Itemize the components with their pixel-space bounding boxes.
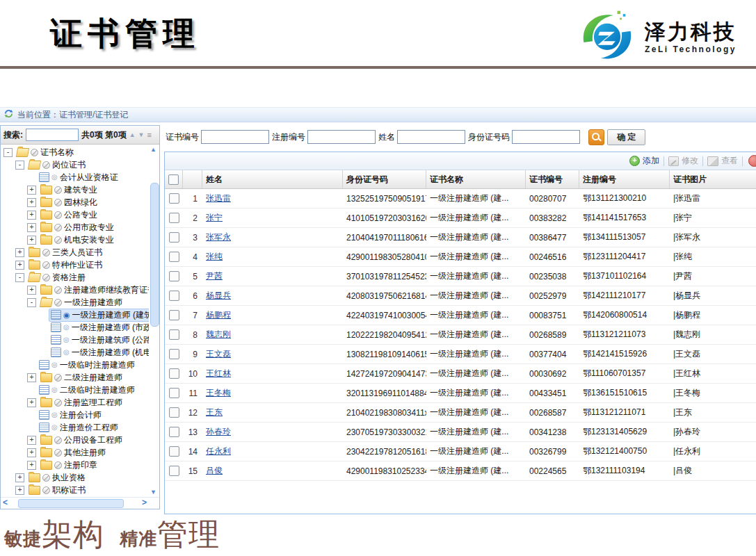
row-checkbox[interactable] xyxy=(169,466,179,476)
name-link[interactable]: 孙春玲 xyxy=(206,427,231,436)
name-link[interactable]: 王东 xyxy=(206,407,223,417)
filter-input-3[interactable] xyxy=(512,130,580,144)
tree-item[interactable]: -岗位证书 xyxy=(1,158,149,171)
tree-item[interactable]: +建筑专业 xyxy=(1,183,149,196)
name-link[interactable]: 吕俊 xyxy=(206,466,223,475)
name-link[interactable]: 魏志刚 xyxy=(206,329,231,339)
tree-item[interactable]: ◎注册造价工程师 xyxy=(1,421,149,434)
row-checkbox[interactable] xyxy=(169,349,179,359)
table-row[interactable]: 3张军永210404197011180616一级注册建造师 (建...00386… xyxy=(165,228,756,247)
scroll-up-icon[interactable]: ▲ xyxy=(150,146,156,153)
name-link[interactable]: 王冬梅 xyxy=(206,388,231,398)
tree-expander-plus-icon[interactable]: + xyxy=(27,373,36,382)
name-link[interactable]: 王红林 xyxy=(206,368,231,378)
table-row[interactable]: 9王文磊130821198109140615一级注册建造师 (建...00377… xyxy=(165,345,756,364)
search-icon[interactable] xyxy=(588,129,604,145)
name-link[interactable]: 杨显兵 xyxy=(206,291,231,300)
tree-expander-plus-icon[interactable]: + xyxy=(27,211,36,220)
tree-item[interactable]: +机电安装专业 xyxy=(1,234,149,246)
table-row[interactable]: 10王红林142724197209041473一级注册建造师 (建...0003… xyxy=(165,364,756,384)
table-row[interactable]: 4张纯429001198305280410一级注册建造师 (建...002465… xyxy=(165,247,756,267)
tree-item[interactable]: ◉一级注册建造师 (建筑工 xyxy=(1,309,149,321)
tree-search-input[interactable] xyxy=(26,129,79,141)
tree-expander-plus-icon[interactable]: + xyxy=(15,486,24,495)
table-row[interactable]: 1张迅雷132525197509051917一级注册建造师 (建...00280… xyxy=(165,189,756,208)
tree-item[interactable]: +其他注册师 xyxy=(1,446,149,459)
column-header-certno[interactable]: 证书编号 xyxy=(526,170,579,188)
tree-expander-plus-icon[interactable]: + xyxy=(27,448,36,457)
tree-expander-plus-icon[interactable]: + xyxy=(15,248,24,257)
tree-item[interactable]: ◎会计从业资格证 xyxy=(1,171,149,183)
scroll-right-icon[interactable]: > xyxy=(142,498,147,507)
tree-expander-minus-icon[interactable]: - xyxy=(27,298,36,307)
name-link[interactable]: 张宁 xyxy=(206,213,223,222)
tree-item[interactable]: +园林绿化 xyxy=(1,196,149,208)
tree-item[interactable]: ◎一级注册建筑师 (公路工 xyxy=(1,334,149,346)
row-checkbox[interactable] xyxy=(169,388,179,398)
horizontal-scroll-thumb[interactable] xyxy=(18,499,124,508)
name-link[interactable]: 张纯 xyxy=(206,252,223,261)
tree-item[interactable]: ◎一级临时注册建造师 xyxy=(1,359,149,371)
column-header-regno[interactable]: 注册编号 xyxy=(579,170,670,188)
column-header-id[interactable]: 身份证号码 xyxy=(343,170,426,188)
tree-expander-plus-icon[interactable]: + xyxy=(27,436,36,445)
tree-item[interactable]: +注册印章 xyxy=(1,459,149,471)
table-row[interactable]: 12王东21040219830803411x一级注册建造师 (建...00268… xyxy=(165,403,756,423)
row-checkbox[interactable] xyxy=(169,427,179,437)
tree-item[interactable]: +注册监理工程师 xyxy=(1,396,149,409)
table-row[interactable]: 2张宁410105197203031620一级注册建造师 (建...003832… xyxy=(165,208,756,228)
name-link[interactable]: 杨鹏程 xyxy=(206,310,231,320)
tree-item[interactable]: +职称证书 xyxy=(1,484,149,496)
search-prev-icon[interactable]: ▲ xyxy=(129,132,136,138)
vertical-scroll-thumb[interactable] xyxy=(150,183,159,327)
row-checkbox[interactable] xyxy=(169,446,179,457)
column-header-photo[interactable]: 证书图片 xyxy=(670,170,756,188)
tree-item[interactable]: +特种作业证书 xyxy=(1,259,149,271)
tree-horizontal-scrollbar[interactable]: < > xyxy=(1,497,159,509)
tree-expander-plus-icon[interactable]: + xyxy=(27,461,36,470)
tree-expander-plus-icon[interactable]: + xyxy=(27,186,36,195)
name-link[interactable]: 张军永 xyxy=(206,232,231,242)
name-link[interactable]: 尹茜 xyxy=(206,271,223,281)
tree-item[interactable]: +公路专业 xyxy=(1,208,149,221)
tree-vertical-scrollbar[interactable]: ▲ ▼ xyxy=(149,145,159,497)
tree-expander-plus-icon[interactable]: + xyxy=(27,236,36,245)
scroll-down-icon[interactable]: ▼ xyxy=(150,489,156,496)
column-header-name[interactable]: 姓名 xyxy=(202,170,343,188)
name-link[interactable]: 张迅雷 xyxy=(206,193,231,203)
tree-item[interactable]: ◎注册会计师 xyxy=(1,409,149,421)
tree-expander-plus-icon[interactable]: + xyxy=(27,198,36,207)
tree-item[interactable]: ◎一级注册建造师 (机电) xyxy=(1,346,149,359)
row-checkbox[interactable] xyxy=(169,310,179,320)
tree-item[interactable]: +注册建造师继续教育证书 xyxy=(1,284,149,296)
tree-item[interactable]: ◎一级注册建造师 (市政公 xyxy=(1,321,149,334)
filter-input-1[interactable] xyxy=(307,130,376,144)
tree-expander-plus-icon[interactable]: + xyxy=(27,223,36,232)
tree-item[interactable]: -一级注册建造师 xyxy=(1,296,149,309)
tree-item[interactable]: ◎二级临时注册建造师 xyxy=(1,384,149,396)
tree-expander-plus-icon[interactable]: + xyxy=(15,261,24,270)
tree-expander-minus-icon[interactable]: - xyxy=(15,273,24,282)
table-row[interactable]: 8魏志刚120222198204095412一级注册建造师 (建...00268… xyxy=(165,325,756,345)
tree-item[interactable]: +公用市政专业 xyxy=(1,221,149,234)
table-row[interactable]: 7杨鹏程422403197410030054一级注册建造师 (建...00083… xyxy=(165,306,756,325)
row-checkbox[interactable] xyxy=(169,232,179,243)
view-button[interactable]: 查看 xyxy=(707,155,738,167)
row-checkbox[interactable] xyxy=(169,291,179,301)
search-options-icon[interactable]: ≡ xyxy=(147,131,152,139)
tree-expander-minus-icon[interactable]: - xyxy=(15,161,24,170)
row-checkbox[interactable] xyxy=(169,213,179,223)
edit-button[interactable]: 修改 xyxy=(668,155,698,167)
scroll-left-icon[interactable]: < xyxy=(3,498,8,507)
tree-item[interactable]: -资格注册 xyxy=(1,271,149,284)
confirm-button[interactable]: 确 定 xyxy=(607,129,645,145)
tree-expander-minus-icon[interactable]: - xyxy=(3,148,13,157)
name-link[interactable]: 任永利 xyxy=(206,446,231,456)
tree-expander-plus-icon[interactable]: + xyxy=(27,398,36,407)
tree-item[interactable]: +三类人员证书 xyxy=(1,246,149,259)
column-header-cert[interactable]: 证书名称 xyxy=(426,170,526,188)
table-row[interactable]: 15吕俊429001198310252334一级注册建造师 (建...00224… xyxy=(165,461,756,481)
search-next-icon[interactable]: ▼ xyxy=(138,132,145,138)
row-checkbox[interactable] xyxy=(169,271,179,281)
row-checkbox[interactable] xyxy=(169,329,179,340)
